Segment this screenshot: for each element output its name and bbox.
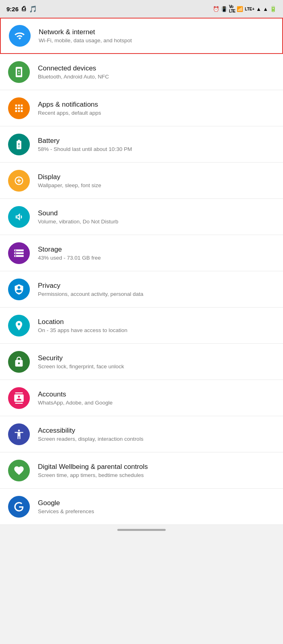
- wifi-calling-icon: 📶: [237, 6, 243, 12]
- settings-item-apps[interactable]: Apps & notifications Recent apps, defaul…: [0, 90, 283, 126]
- privacy-title: Privacy: [38, 282, 275, 290]
- battery-settings-icon: [13, 139, 25, 150]
- apps-subtitle: Recent apps, default apps: [38, 110, 275, 116]
- settings-item-privacy[interactable]: Privacy Permissions, account activity, p…: [0, 271, 283, 308]
- settings-item-sound[interactable]: Sound Volume, vibration, Do Not Disturb: [0, 199, 283, 235]
- accounts-icon-circle: [8, 387, 30, 409]
- settings-item-accessibility[interactable]: Accessibility Screen readers, display, i…: [0, 416, 283, 452]
- display-subtitle: Wallpaper, sleep, font size: [38, 182, 275, 188]
- storage-subtitle: 43% used - 73.01 GB free: [38, 255, 275, 261]
- sound-text: Sound Volume, vibration, Do Not Disturb: [38, 209, 275, 225]
- connected-icon-circle: [8, 61, 30, 83]
- sound-icon-circle: [8, 206, 30, 228]
- network-text: Network & internet Wi-Fi, mobile, data u…: [39, 28, 274, 43]
- location-subtitle: On - 35 apps have access to location: [38, 327, 275, 333]
- battery-icon: 🔋: [270, 6, 277, 12]
- security-icon-circle: [8, 351, 30, 373]
- digital-icon-circle: [8, 460, 30, 481]
- storage-icon: [13, 248, 25, 259]
- sound-icon: [13, 211, 25, 223]
- status-time: 9:26: [6, 6, 19, 12]
- privacy-text: Privacy Permissions, account activity, p…: [38, 282, 275, 297]
- display-icon-circle: [8, 170, 30, 192]
- connected-title: Connected devices: [38, 64, 275, 72]
- accessibility-subtitle: Screen readers, display, interaction con…: [38, 436, 275, 442]
- security-subtitle: Screen lock, fingerprint, face unlock: [38, 363, 275, 369]
- settings-item-location[interactable]: Location On - 35 apps have access to loc…: [0, 308, 283, 344]
- google-icon-circle: [8, 496, 30, 518]
- accounts-subtitle: WhatsApp, Adobe, and Google: [38, 400, 275, 406]
- location-text: Location On - 35 apps have access to loc…: [38, 318, 275, 333]
- storage-title: Storage: [38, 246, 275, 254]
- vibrate-icon: 📳: [221, 6, 227, 12]
- google-subtitle: Services & preferences: [38, 508, 275, 514]
- connected-icon: [13, 66, 25, 78]
- security-icon: [13, 356, 25, 367]
- nav-pill: [117, 529, 166, 531]
- digital-wellbeing-icon: [13, 465, 25, 476]
- accessibility-icon: [13, 429, 25, 440]
- sound-subtitle: Volume, vibration, Do Not Disturb: [38, 219, 275, 225]
- network-title: Network & internet: [39, 28, 274, 36]
- privacy-icon: [13, 284, 25, 295]
- settings-item-security[interactable]: Security Screen lock, fingerprint, face …: [0, 344, 283, 380]
- battery-text: Battery 58% - Should last until about 10…: [38, 137, 275, 152]
- apps-text: Apps & notifications Recent apps, defaul…: [38, 101, 275, 116]
- signal2-icon: ▲: [263, 6, 268, 12]
- google-icon: [13, 501, 25, 512]
- digital-title: Digital Wellbeing & parental controls: [38, 463, 275, 471]
- display-icon: [13, 175, 25, 186]
- connected-subtitle: Bluetooth, Android Auto, NFC: [38, 74, 275, 80]
- storage-text: Storage 43% used - 73.01 GB free: [38, 246, 275, 261]
- network-icon-circle: [9, 25, 31, 47]
- security-title: Security: [38, 354, 275, 362]
- connected-text: Connected devices Bluetooth, Android Aut…: [38, 64, 275, 80]
- accounts-text: Accounts WhatsApp, Adobe, and Google: [38, 390, 275, 406]
- settings-list: Network & internet Wi-Fi, mobile, data u…: [0, 18, 283, 525]
- location-icon-circle: [8, 315, 30, 336]
- accounts-icon: [13, 392, 25, 404]
- location-title: Location: [38, 318, 275, 326]
- network-subtitle: Wi-Fi, mobile, data usage, and hotspot: [39, 37, 274, 43]
- accessibility-text: Accessibility Screen readers, display, i…: [38, 427, 275, 442]
- settings-item-connected[interactable]: Connected devices Bluetooth, Android Aut…: [0, 54, 283, 90]
- settings-item-battery[interactable]: Battery 58% - Should last until about 10…: [0, 126, 283, 163]
- alarm-icon: ⏰: [213, 6, 219, 12]
- sound-title: Sound: [38, 209, 275, 217]
- status-bar: 9:26 ⎙ 🎵 ⏰ 📳 VoLTE 📶 LTE+ ▲ ▲ 🔋: [0, 0, 283, 18]
- status-right: ⏰ 📳 VoLTE 📶 LTE+ ▲ ▲ 🔋: [213, 4, 277, 13]
- battery-icon-circle: [8, 134, 30, 155]
- accounts-title: Accounts: [38, 390, 275, 398]
- security-text: Security Screen lock, fingerprint, face …: [38, 354, 275, 369]
- settings-item-storage[interactable]: Storage 43% used - 73.01 GB free: [0, 235, 283, 271]
- nav-bar: [0, 525, 283, 537]
- settings-item-digital[interactable]: Digital Wellbeing & parental controls Sc…: [0, 452, 283, 489]
- accessibility-icon-circle: [8, 423, 30, 445]
- digital-subtitle: Screen time, app timers, bedtime schedul…: [38, 472, 275, 478]
- battery-title: Battery: [38, 137, 275, 145]
- status-left: 9:26 ⎙ 🎵: [6, 5, 37, 13]
- privacy-subtitle: Permissions, account activity, personal …: [38, 291, 275, 297]
- location-icon: [13, 320, 25, 331]
- signal1-icon: ▲: [256, 6, 261, 12]
- shazam-icon: 🎵: [29, 5, 37, 13]
- display-title: Display: [38, 173, 275, 181]
- digital-text: Digital Wellbeing & parental controls Sc…: [38, 463, 275, 478]
- storage-icon-circle: [8, 242, 30, 264]
- volte-icon: VoLTE: [229, 4, 235, 13]
- settings-item-network[interactable]: Network & internet Wi-Fi, mobile, data u…: [0, 18, 283, 54]
- google-title: Google: [38, 499, 275, 507]
- apps-icon-circle: [8, 97, 30, 119]
- wifi-icon: [14, 30, 25, 41]
- lte-icon: LTE+: [245, 7, 254, 11]
- google-text: Google Services & preferences: [38, 499, 275, 514]
- settings-item-display[interactable]: Display Wallpaper, sleep, font size: [0, 163, 283, 199]
- display-text: Display Wallpaper, sleep, font size: [38, 173, 275, 188]
- battery-subtitle: 58% - Should last until about 10:30 PM: [38, 146, 275, 152]
- settings-item-google[interactable]: Google Services & preferences: [0, 489, 283, 525]
- apps-title: Apps & notifications: [38, 101, 275, 109]
- settings-item-accounts[interactable]: Accounts WhatsApp, Adobe, and Google: [0, 380, 283, 416]
- privacy-icon-circle: [8, 279, 30, 300]
- accessibility-title: Accessibility: [38, 427, 275, 435]
- apps-icon: [13, 103, 25, 114]
